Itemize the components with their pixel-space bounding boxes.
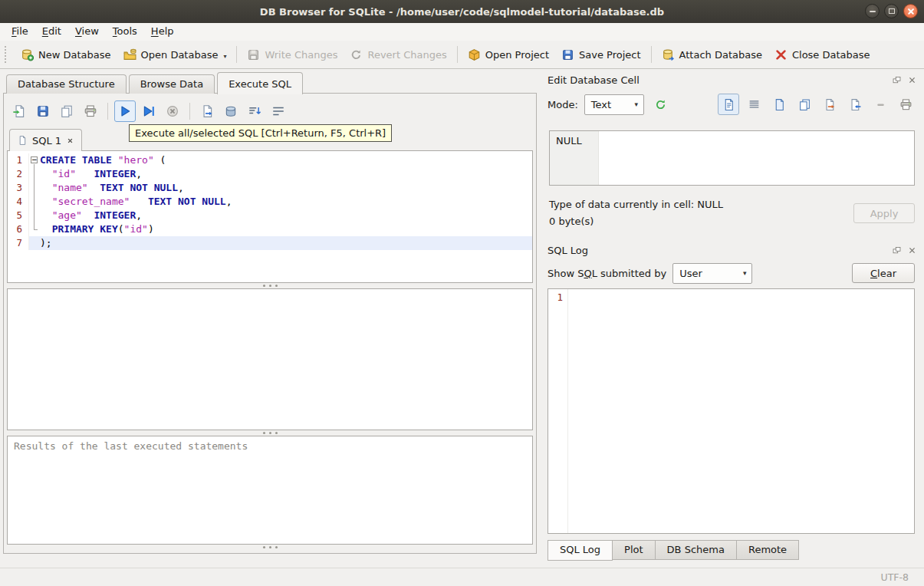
attach-db-icon [662, 48, 675, 61]
dock-tab-remote[interactable]: Remote [737, 540, 799, 560]
export-results-button[interactable] [196, 100, 218, 122]
fold-marker[interactable]: − [29, 153, 40, 167]
editor-line[interactable]: 7); [8, 236, 532, 250]
toolbar-handle[interactable] [5, 46, 11, 63]
window-title: DB Browser for SQLite - /home/user/code/… [260, 6, 664, 18]
float-icon[interactable] [890, 244, 903, 256]
save-project-button[interactable]: Save Project [555, 45, 647, 64]
menu-file[interactable]: File [5, 23, 35, 41]
sql-editor[interactable]: 1−CREATE TABLE "hero" (2 "id" INTEGER,3 … [7, 150, 533, 283]
editor-line[interactable]: 3 "name" TEXT NOT NULL, [8, 181, 532, 195]
maximize-button[interactable] [884, 4, 899, 18]
log-filter-select[interactable]: User ▾ [672, 263, 752, 284]
menu-tools[interactable]: Tools [106, 23, 144, 41]
minimize-button[interactable] [865, 4, 880, 18]
editor-line[interactable]: 6 PRIMARY KEY("id") [8, 222, 532, 236]
print-cell-button[interactable] [895, 94, 916, 115]
fold-marker [29, 222, 40, 236]
sql-tab-close-icon[interactable] [66, 137, 74, 145]
editor-line[interactable]: 1−CREATE TABLE "hero" ( [8, 153, 532, 167]
close-database-button[interactable]: Close Database [768, 45, 876, 64]
tab-database-structure[interactable]: Database Structure [6, 74, 127, 94]
close-db-icon [774, 48, 788, 61]
code-text: "secret_name" TEXT NOT NULL, [40, 195, 532, 209]
code-text: PRIMARY KEY("id") [40, 222, 532, 236]
open-in-editor-button[interactable] [768, 94, 790, 115]
line-number: 4 [8, 195, 29, 209]
format-sql-button[interactable] [244, 100, 265, 122]
splitter-handle[interactable] [7, 283, 533, 288]
export-cell-button[interactable] [819, 94, 840, 115]
execute-line-button[interactable] [138, 100, 159, 122]
word-wrap-button[interactable] [268, 100, 289, 122]
write-changes-icon [247, 48, 260, 61]
dock-tab-db-schema[interactable]: DB Schema [656, 540, 737, 560]
open-database-button[interactable]: Open Database▾ [117, 45, 233, 64]
editor-line[interactable]: 2 "id" INTEGER, [8, 167, 532, 181]
save-sql-as-button[interactable] [56, 100, 77, 122]
stop-icon [166, 104, 179, 118]
sql-tab[interactable]: SQL 1 [9, 129, 82, 151]
tab-browse-data[interactable]: Browse Data [129, 74, 215, 94]
close-icon[interactable] [906, 244, 918, 256]
menu-view[interactable]: View [68, 23, 106, 41]
line-number: 1 [8, 153, 29, 167]
save-sql-as-icon [60, 104, 74, 118]
mode-value: Text [591, 99, 630, 110]
menubar: FileEditViewToolsHelp [0, 23, 924, 41]
new-db-icon [21, 48, 34, 61]
minimize-icon [870, 11, 876, 12]
new-database-button[interactable]: New Database [15, 45, 117, 64]
save-results-icon [224, 104, 238, 118]
main-toolbar: New DatabaseOpen Database▾Write ChangesR… [0, 41, 924, 69]
justify-button[interactable] [743, 94, 765, 115]
titlebar[interactable]: DB Browser for SQLite - /home/user/code/… [0, 0, 924, 23]
toolbar-separator [236, 46, 237, 63]
import-cell-button[interactable] [844, 94, 866, 115]
splitter-handle[interactable] [7, 545, 533, 550]
save-results-button[interactable] [220, 100, 242, 122]
log-filter-value: User [679, 268, 738, 279]
cell-editor[interactable]: NULL [549, 130, 915, 186]
attach-database-button[interactable]: Attach Database [656, 45, 768, 64]
fold-marker [29, 167, 40, 181]
menu-edit[interactable]: Edit [35, 23, 68, 41]
app-window: DB Browser for SQLite - /home/user/code/… [0, 0, 924, 586]
code-text: "age" INTEGER, [40, 209, 532, 222]
mode-standalone-icons [650, 94, 672, 115]
dock-tab-sql-log[interactable]: SQL Log [547, 540, 613, 561]
code-text: CREATE TABLE "hero" ( [40, 153, 532, 167]
copy-cell-button[interactable] [794, 94, 815, 115]
copy-cell-icon [798, 98, 811, 111]
sql-log-area[interactable]: 1 [547, 288, 915, 534]
toolbar-button-label: Attach Database [679, 49, 762, 61]
set-null-button[interactable] [870, 94, 891, 115]
apply-format-button[interactable] [650, 94, 672, 115]
document-icon [17, 135, 28, 146]
stop-button [162, 100, 183, 122]
float-icon[interactable] [890, 74, 903, 86]
open-sql-file-button[interactable] [8, 100, 30, 122]
execute-sql-panel: SQL 1 1−CREATE TABLE "hero" (2 "id" INTE… [3, 93, 537, 554]
open-project-button[interactable]: Open Project [462, 45, 555, 64]
execute-line-icon [142, 104, 156, 118]
editor-line[interactable]: 4 "secret_name" TEXT NOT NULL, [8, 195, 532, 209]
clear-button[interactable]: Clear [852, 263, 915, 283]
wrap-text-button[interactable] [718, 94, 739, 115]
save-sql-file-button[interactable] [32, 100, 54, 122]
close-window-button[interactable] [903, 4, 918, 18]
tab-execute-sql[interactable]: Execute SQL [217, 72, 303, 94]
apply-button[interactable]: Apply [853, 203, 915, 223]
editor-line[interactable]: 5 "age" INTEGER, [8, 209, 532, 222]
execute-all-button[interactable] [114, 100, 136, 122]
menu-help[interactable]: Help [144, 23, 181, 41]
dropdown-arrow-icon[interactable]: ▾ [223, 53, 226, 60]
open-sql-file-icon [12, 104, 26, 118]
dock-tab-plot[interactable]: Plot [613, 540, 656, 560]
splitter-handle[interactable] [7, 430, 533, 436]
fold-collapse-icon[interactable]: − [31, 156, 38, 163]
sql-tab-label: SQL 1 [32, 135, 61, 146]
close-icon[interactable] [906, 74, 918, 86]
print-sql-button[interactable] [80, 100, 101, 122]
mode-select[interactable]: Text ▾ [584, 94, 644, 115]
